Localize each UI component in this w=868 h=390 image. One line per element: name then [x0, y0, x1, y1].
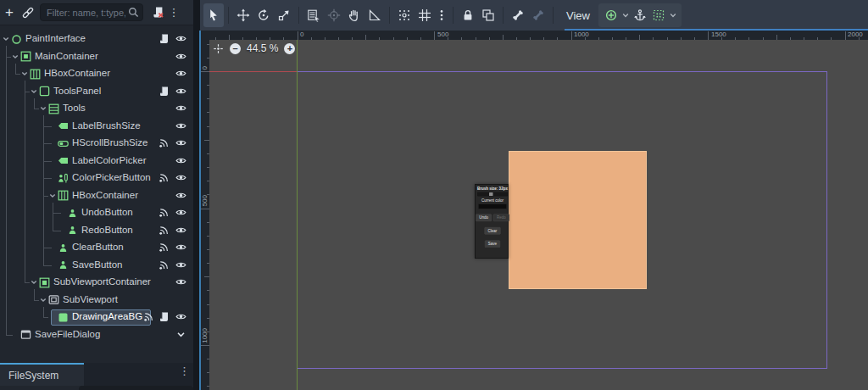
signal-icon[interactable]	[143, 311, 154, 322]
tree-row-redobutton[interactable]: RedoButton	[0, 222, 193, 240]
grid-snap-tool-button[interactable]	[415, 3, 435, 27]
expand-arrow-icon[interactable]	[30, 278, 38, 287]
tree-row-maincontainer[interactable]: MainContainer	[0, 48, 193, 66]
expand-arrow-icon[interactable]	[39, 296, 47, 304]
pan-hand-tool-button[interactable]	[344, 3, 364, 27]
preview-clear-button[interactable]: Clear	[485, 227, 501, 235]
expand-arrow-icon[interactable]	[48, 192, 57, 200]
drawing-area-colorrect[interactable]	[509, 151, 647, 289]
move-tool-button[interactable]	[233, 3, 253, 27]
tree-row-hboxcontainer[interactable]: HBoxContainer	[0, 65, 193, 83]
pivot-tool-button[interactable]	[324, 3, 344, 27]
tree-row-tools[interactable]: Tools	[0, 100, 193, 118]
expand-arrow-icon[interactable]	[30, 87, 38, 96]
filesystem-search-bar[interactable]	[79, 386, 193, 390]
window-node-icon	[20, 329, 31, 340]
rotate-tool-button[interactable]	[253, 3, 274, 27]
preview-slider-thumb[interactable]	[489, 192, 493, 196]
menu-dots-icon: ⋮	[169, 6, 180, 19]
menu-dots-tool-button[interactable]	[435, 3, 448, 27]
expand-arrow-icon[interactable]	[20, 70, 29, 78]
tools-panel-preview: Brush size: 32px Current color Undo Redo…	[475, 184, 509, 259]
scale-tool-button[interactable]	[274, 3, 294, 27]
preview-save-button[interactable]: Save	[485, 241, 500, 248]
tree-row-clearbutton[interactable]: ClearButton	[0, 239, 193, 257]
position-icon[interactable]	[602, 3, 620, 27]
lock-tool-button[interactable]	[458, 3, 478, 27]
viewport-canvas[interactable]: Brush size: 32px Current color Undo Redo…	[209, 40, 868, 390]
eye-icon[interactable]	[175, 51, 186, 62]
signal-icon[interactable]	[159, 225, 170, 236]
eye-icon[interactable]	[175, 225, 186, 236]
eye-icon[interactable]	[175, 137, 186, 148]
group-tool-button[interactable]	[478, 3, 498, 27]
container-sizing-icon[interactable]	[649, 3, 668, 27]
ruler-label: 0	[300, 31, 303, 38]
select-arrow-tool-button[interactable]	[203, 3, 224, 27]
eye-icon[interactable]	[175, 86, 186, 97]
script-icon[interactable]	[159, 86, 170, 97]
tree-row-savefiledialog[interactable]: SaveFileDialog	[0, 326, 193, 344]
skeleton-options-tool-button[interactable]	[528, 3, 548, 27]
tab-filesystem[interactable]: FileSystem	[0, 363, 84, 386]
eye-icon[interactable]	[175, 68, 186, 79]
signal-icon[interactable]	[159, 259, 170, 270]
list-select-tool-button[interactable]	[303, 3, 324, 27]
view-menu-button[interactable]: View	[558, 9, 598, 22]
filesystem-dock-header: FileSystem ⋮	[0, 363, 193, 386]
eye-icon[interactable]	[175, 311, 186, 322]
tree-row-drawingareabg[interactable]: DrawingAreaBG	[0, 309, 193, 326]
add-node-button[interactable]: +	[0, 3, 19, 23]
zoom-in-button[interactable]: +	[284, 43, 295, 54]
expand-arrow-icon[interactable]	[39, 104, 47, 113]
eye-icon[interactable]	[175, 33, 186, 44]
tree-row-paintinterface[interactable]: PaintInterface	[0, 31, 193, 48]
eye-icon[interactable]	[175, 207, 186, 218]
eye-icon[interactable]	[175, 155, 186, 166]
tree-row-subviewport[interactable]: SubViewport	[0, 292, 193, 309]
script-icon[interactable]	[159, 33, 170, 44]
tree-row-hscrollbrushsize[interactable]: HScrollBrushSize	[0, 135, 193, 153]
button-node-icon	[67, 225, 78, 236]
tree-row-labelcolorpicker[interactable]: LabelColorPicker	[0, 153, 193, 170]
filesystem-menu-button[interactable]: ⋮	[179, 365, 190, 377]
expand-arrow-icon[interactable]	[11, 53, 19, 61]
signal-icon[interactable]	[159, 137, 170, 148]
eye-icon[interactable]	[175, 242, 186, 253]
scene-tree-menu-button[interactable]: ⋮	[167, 3, 181, 23]
preview-color-swatch[interactable]	[478, 204, 507, 209]
eye-icon[interactable]	[175, 276, 186, 287]
tree-row-colorpickerbutton[interactable]: ColorPickerButton	[0, 170, 193, 187]
eye-icon[interactable]	[175, 190, 186, 201]
zoom-level[interactable]: 44.5 %	[247, 42, 278, 54]
zoom-out-button[interactable]: –	[230, 43, 241, 54]
preview-brush-slider[interactable]	[477, 192, 508, 197]
signal-icon[interactable]	[159, 172, 170, 183]
scene-tree-toolbar: + ⋮	[0, 0, 193, 25]
tree-row-undobutton[interactable]: UndoButton	[0, 204, 193, 222]
bone-tool-button[interactable]	[508, 3, 528, 27]
tree-row-labelbrushsize[interactable]: LabelBrushSize	[0, 118, 193, 136]
preview-undo-button[interactable]: Undo	[476, 214, 492, 222]
script-icon[interactable]	[159, 311, 170, 322]
anchor-icon[interactable]	[631, 3, 649, 27]
expand-arrow-icon[interactable]	[2, 35, 10, 43]
node-label: ToolsPanel	[53, 86, 101, 96]
eye-icon[interactable]	[175, 259, 186, 270]
center-view-icon[interactable]	[213, 43, 224, 54]
eye-icon[interactable]	[175, 103, 186, 114]
chevron-down-icon[interactable]	[668, 3, 678, 27]
chevron-icon[interactable]	[175, 329, 186, 340]
chevron-down-icon[interactable]	[620, 3, 631, 27]
tree-row-hboxcontainer[interactable]: HBoxContainer	[0, 187, 193, 205]
tree-row-savebutton[interactable]: SaveButton	[0, 257, 193, 275]
signal-icon[interactable]	[159, 242, 170, 253]
smart-snap-tool-button[interactable]	[394, 3, 415, 27]
detach-script-button[interactable]	[148, 3, 167, 23]
eye-icon[interactable]	[175, 172, 186, 183]
signal-icon[interactable]	[159, 207, 170, 218]
instance-scene-button[interactable]	[19, 3, 37, 23]
eye-icon[interactable]	[175, 120, 186, 131]
ruler-tool-button[interactable]	[364, 3, 385, 27]
preview-redo-button[interactable]: Redo	[493, 214, 509, 222]
